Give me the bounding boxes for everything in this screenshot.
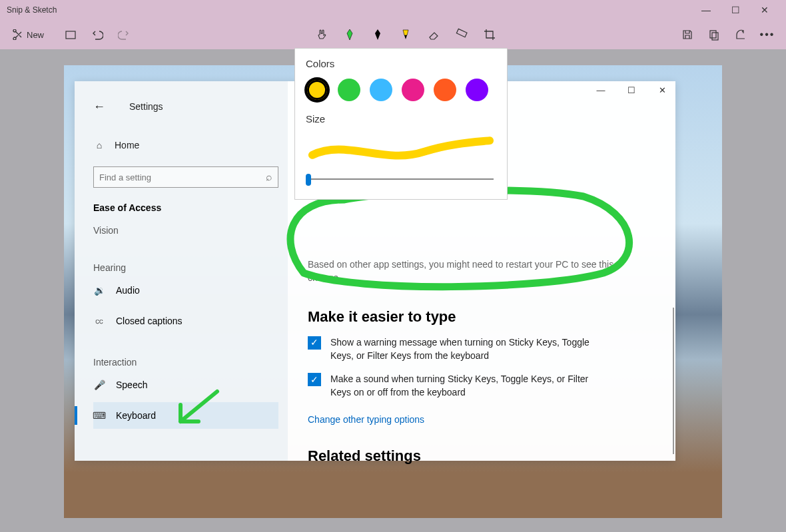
inner-close-button[interactable]: ✕: [653, 85, 671, 95]
hand-icon: [315, 28, 328, 41]
audio-label: Audio: [116, 285, 140, 296]
swatch-yellow[interactable]: [306, 79, 328, 101]
home-icon: ⌂: [93, 140, 105, 150]
app-title: Snip & Sketch: [7, 5, 57, 15]
undo-icon: [91, 29, 103, 41]
share-button[interactable]: [727, 21, 754, 48]
category-label: Ease of Access: [93, 202, 278, 213]
pencil-icon: [371, 28, 384, 41]
stroke-preview: [306, 135, 496, 162]
related-heading: Related settings: [308, 447, 659, 465]
swatch-magenta[interactable]: [402, 79, 424, 101]
speaker-icon: 🔉: [93, 285, 105, 296]
save-button[interactable]: [674, 21, 701, 48]
more-button[interactable]: •••: [754, 21, 781, 48]
checkbox-row-2[interactable]: ✓ Make a sound when turning Sticky Keys,…: [308, 373, 659, 399]
keyboard-icon: ⌨: [93, 410, 105, 421]
slider-track: [308, 178, 494, 180]
eraser-button[interactable]: [420, 21, 447, 48]
closed-captions-label: Closed captions: [116, 316, 183, 326]
swatch-orange[interactable]: [434, 79, 456, 101]
touch-writing-button[interactable]: [308, 21, 335, 48]
settings-sidebar: ← Settings ⌂ Home ⌕ Ease of Access Visio…: [75, 81, 288, 461]
inner-minimize-button[interactable]: ―: [591, 85, 610, 95]
open-file-button[interactable]: [57, 21, 84, 48]
pen-icon: [343, 28, 356, 41]
highlighter-popup: Colors Size: [294, 48, 508, 200]
restart-note: Based on other app settings, you might n…: [308, 258, 627, 284]
home-label: Home: [115, 140, 139, 150]
search-input[interactable]: [99, 172, 266, 182]
svg-rect-1: [456, 29, 467, 37]
highlighter-button[interactable]: [392, 21, 419, 48]
speech-label: Speech: [116, 380, 147, 390]
ballpoint-pen-button[interactable]: [336, 21, 363, 48]
inner-window-controls: ― ☐ ✕: [591, 85, 671, 95]
cc-icon: ㏄: [93, 315, 105, 327]
maximize-button[interactable]: ☐: [721, 0, 750, 20]
vision-group: Vision: [93, 225, 278, 236]
checkbox-1-label: Show a warning message when turning on S…: [330, 336, 610, 362]
copy-icon: [708, 29, 720, 41]
speech-item[interactable]: 🎤 Speech: [93, 372, 278, 398]
slider-thumb[interactable]: [306, 174, 311, 186]
size-slider[interactable]: [306, 172, 496, 186]
pen-tools: [308, 21, 503, 48]
checkbox-row-1[interactable]: ✓ Show a warning message when turning on…: [308, 336, 659, 362]
svg-rect-0: [66, 31, 75, 39]
highlighter-icon: [399, 28, 412, 41]
search-icon: ⌕: [266, 171, 272, 183]
titlebar: Snip & Sketch ― ☐ ✕: [0, 0, 786, 20]
swatch-green[interactable]: [338, 79, 360, 101]
new-snip-button[interactable]: New: [5, 21, 51, 48]
back-arrow-icon: ←: [93, 100, 105, 114]
crop-icon: [483, 28, 496, 41]
swatch-blue[interactable]: [370, 79, 392, 101]
ellipsis-icon: •••: [760, 29, 775, 41]
save-icon: [681, 29, 693, 41]
colors-label: Colors: [306, 58, 496, 69]
size-label: Size: [306, 113, 496, 125]
redo-button[interactable]: [111, 21, 137, 48]
checkbox-1[interactable]: ✓: [308, 336, 321, 350]
back-row[interactable]: ← Settings: [93, 93, 278, 120]
inner-maximize-button[interactable]: ☐: [622, 85, 641, 95]
keyboard-label: Keyboard: [116, 410, 156, 421]
ruler-icon: [455, 28, 468, 41]
new-label: New: [27, 30, 44, 40]
undo-button[interactable]: [84, 21, 111, 48]
type-heading: Make it easier to type: [308, 308, 659, 326]
checkbox-2-label: Make a sound when turning Sticky Keys, T…: [330, 373, 610, 399]
svg-rect-3: [712, 33, 718, 40]
settings-title: Settings: [129, 93, 163, 120]
close-button[interactable]: ✕: [750, 0, 779, 20]
hearing-group: Hearing: [93, 262, 278, 273]
minimize-button[interactable]: ―: [691, 0, 721, 20]
redo-icon: [118, 29, 130, 41]
swatch-purple[interactable]: [466, 79, 488, 101]
crop-button[interactable]: [476, 21, 503, 48]
folder-icon: [65, 29, 77, 41]
pencil-button[interactable]: [364, 21, 391, 48]
change-typing-link[interactable]: Change other typing options: [308, 414, 659, 425]
closed-captions-item[interactable]: ㏄ Closed captions: [93, 308, 278, 334]
scrollbar[interactable]: [673, 308, 674, 454]
toolbar: New: [0, 20, 786, 49]
share-icon: [735, 29, 747, 41]
keyboard-item[interactable]: ⌨ Keyboard: [93, 402, 278, 429]
scissors-icon: [12, 29, 23, 40]
svg-rect-2: [710, 31, 716, 38]
home-item[interactable]: ⌂ Home: [93, 132, 278, 158]
interaction-group: Interaction: [93, 357, 278, 368]
ruler-button[interactable]: [448, 21, 475, 48]
audio-item[interactable]: 🔉 Audio: [93, 277, 278, 304]
color-swatches: [306, 79, 496, 101]
checkbox-2[interactable]: ✓: [308, 373, 321, 386]
microphone-icon: 🎤: [93, 380, 105, 390]
search-box[interactable]: ⌕: [93, 166, 278, 188]
copy-button[interactable]: [701, 21, 727, 48]
eraser-icon: [427, 28, 440, 41]
